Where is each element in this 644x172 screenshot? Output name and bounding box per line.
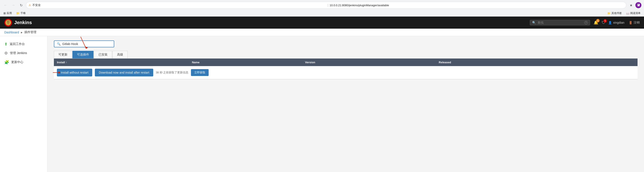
browser-toolbar: ← → ↻ ⚠ 不安全 | 10.0.0.21:8080/jenkins/plu… — [0, 0, 644, 10]
jenkins-title: Jenkins — [14, 20, 32, 25]
arrow-annotation-2 — [52, 69, 62, 76]
sidebar: ⬆ 返回工作台 ⚙ 管理 Jenkins 🧩 更新中心 — [0, 36, 48, 172]
tab-updatable[interactable]: 可更新 — [54, 51, 72, 58]
sidebar-item-back[interactable]: ⬆ 返回工作台 — [0, 40, 47, 49]
header-search-input[interactable] — [538, 21, 582, 24]
action-buttons-row: Install without restart Download now and… — [54, 66, 638, 79]
bookmarks-bar: ⊞ 应用 📁 千锋 📁 其他书签 📖 阅读清单 — [0, 10, 644, 16]
jenkins-logo: Jenkins — [4, 19, 32, 26]
security-icon: ⚠ — [29, 4, 31, 7]
jenkins-app: Jenkins 🔍 ? 🔔 1 🛡 1 👤 xingdian 🚪 注销 — [0, 16, 644, 172]
sidebar-item-updates[interactable]: 🧩 更新中心 — [0, 58, 47, 67]
security-badge: 1 — [604, 19, 607, 23]
breadcrumb-current: 插件管理 — [24, 30, 36, 34]
user-menu[interactable]: 👤 xingdian — [608, 21, 624, 24]
bookmark-other[interactable]: 📁 其他书签 — [606, 11, 623, 15]
jenkins-header: Jenkins 🔍 ? 🔔 1 🛡 1 👤 xingdian 🚪 注销 — [0, 16, 644, 29]
tab-available[interactable]: 可选插件 — [72, 51, 94, 58]
header-search[interactable]: 🔍 ? — [530, 20, 590, 25]
header-icons: 🔔 1 🛡 1 👤 xingdian 🚪 注销 — [594, 20, 640, 25]
svg-marker-4 — [58, 71, 60, 74]
logout-label: 注销 — [634, 21, 640, 24]
reading-icon: 📖 — [626, 12, 629, 15]
logout-button[interactable]: 🚪 注销 — [629, 21, 640, 24]
profile-button[interactable]: 璩 — [636, 2, 642, 8]
help-icon: ? — [584, 21, 588, 24]
address-bar[interactable]: ⚠ 不安全 | 10.0.0.21:8080/jenkins/pluginMan… — [26, 2, 626, 8]
search-area: 🔍 — [54, 40, 114, 51]
bookmark-other-label: 其他书签 — [612, 11, 622, 15]
bookmarks-right: 📁 其他书签 📖 阅读清单 — [606, 11, 642, 15]
search-icon: 🔍 — [532, 21, 536, 24]
breadcrumb-home[interactable]: Dashboard — [4, 30, 19, 34]
tab-advanced[interactable]: 高级 — [112, 51, 128, 58]
sidebar-item-manage[interactable]: ⚙ 管理 Jenkins — [0, 49, 47, 58]
logout-icon: 🚪 — [629, 21, 632, 24]
arrow-annotation — [74, 35, 94, 52]
sidebar-updates-label: 更新中心 — [11, 60, 23, 64]
col-install: Install ↑ — [54, 59, 189, 66]
main-content: 🔍 可更新 可选插件 已安装 高级 Install ↑ Name Version — [48, 36, 644, 172]
apps-icon: ⊞ — [4, 12, 6, 15]
table-row: Install without restart Download now and… — [54, 66, 638, 79]
tab-installed[interactable]: 已安装 — [94, 51, 112, 58]
url-text: 不安全 — [32, 3, 326, 7]
col-name: Name — [189, 59, 302, 66]
forward-button[interactable]: → — [10, 2, 16, 8]
breadcrumb-separator: ▶ — [21, 31, 23, 34]
bookmark-apps[interactable]: ⊞ 应用 — [2, 11, 13, 15]
plugin-tabs: 可更新 可选插件 已安装 高级 — [54, 51, 638, 59]
svg-point-1 — [7, 22, 8, 23]
bookmark-qianfeng[interactable]: 📁 千锋 — [15, 11, 26, 15]
col-version: Version — [302, 59, 436, 66]
update-status-text: 38 秒 之前获取了更新信息 — [156, 71, 188, 74]
username: xingdian — [613, 21, 624, 24]
butler-icon — [5, 19, 11, 26]
svg-point-2 — [8, 22, 9, 23]
url-divider: | — [328, 3, 328, 7]
bookmark-reading-label: 阅读清单 — [630, 11, 640, 15]
notification-badge: 1 — [596, 19, 600, 22]
sidebar-manage-label: 管理 Jenkins — [10, 51, 27, 55]
folder-icon2: 📁 — [607, 12, 610, 15]
table-header-row: Install ↑ Name Version Released — [54, 59, 638, 66]
col-extra — [588, 59, 638, 66]
security-button[interactable]: 🛡 1 — [602, 20, 606, 25]
bookmark-star-button[interactable]: ★ — [628, 2, 634, 8]
puzzle-icon: 🧩 — [4, 60, 9, 65]
sidebar-back-label: 返回工作台 — [10, 42, 25, 46]
user-icon: 👤 — [608, 21, 612, 24]
notifications-button[interactable]: 🔔 1 — [594, 20, 598, 25]
gear-icon: ⚙ — [4, 51, 8, 55]
plugin-search-icon: 🔍 — [57, 42, 60, 46]
browser-actions: ★ 璩 — [628, 2, 642, 8]
breadcrumb: Dashboard ▶ 插件管理 — [0, 29, 644, 36]
col-released: Released — [436, 59, 588, 66]
back-arrow-icon: ⬆ — [4, 42, 8, 46]
bookmark-reading[interactable]: 📖 阅读清单 — [625, 11, 642, 15]
browser-chrome: ← → ↻ ⚠ 不安全 | 10.0.0.21:8080/jenkins/plu… — [0, 0, 644, 16]
url-value: 10.0.0.21:8080/jenkins/pluginManager/ava… — [330, 4, 624, 7]
bookmark-apps-label: 应用 — [7, 11, 12, 15]
plugin-table: Install ↑ Name Version Released — [54, 59, 638, 79]
main-layout: ⬆ 返回工作台 ⚙ 管理 Jenkins 🧩 更新中心 — [0, 36, 644, 172]
back-button[interactable]: ← — [2, 2, 8, 8]
reload-button[interactable]: ↻ — [18, 2, 24, 8]
bookmark-qianfeng-label: 千锋 — [20, 11, 26, 15]
folder-icon: 📁 — [16, 12, 20, 15]
install-with-restart-button[interactable]: Download now and install after restart — [95, 69, 153, 76]
refresh-button[interactable]: 立即获取 — [191, 69, 209, 76]
jenkins-logo-icon — [4, 19, 12, 26]
